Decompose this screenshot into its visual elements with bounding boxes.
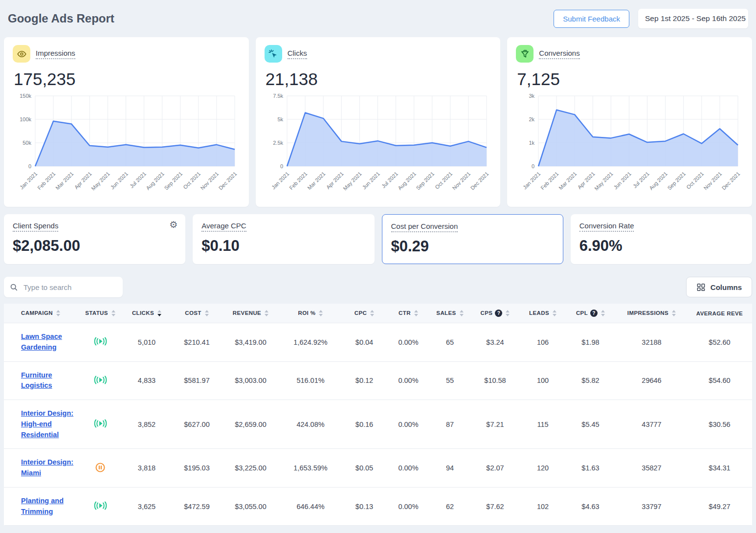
clicks-card: Clicks 21,138 02.5k5k7.5kJan 2021Feb 202… [256, 37, 501, 207]
column-label: ROI % [298, 310, 316, 316]
search-box[interactable] [4, 277, 123, 297]
column-header-cps[interactable]: CPS? [469, 304, 521, 323]
column-label: STATUS [85, 310, 108, 316]
average-cpc-card[interactable]: Average CPC $0.10 [193, 214, 374, 264]
column-header-avg-revenue[interactable]: AVERAGE REVE [687, 304, 752, 323]
cell-clicks: 3,625 [122, 487, 171, 526]
column-header-ctr[interactable]: CTR [386, 304, 430, 323]
column-header-sales[interactable]: SALES [430, 304, 469, 323]
campaign-link[interactable]: Planting and Trimming [21, 496, 76, 517]
conversions-label[interactable]: Conversions [539, 49, 579, 59]
svg-text:Sep 2021: Sep 2021 [163, 171, 183, 191]
client-spends-card[interactable]: Client Spends ⚙ $2,085.00 [4, 214, 185, 264]
campaign-link[interactable]: Interior Design: High-end Residential [21, 408, 76, 440]
metric-cards-row: Impressions 175,235 050k100k150kJan 2021… [4, 37, 752, 207]
campaign-link[interactable]: Lawn Space Gardening [21, 332, 76, 353]
average-cpc-label[interactable]: Average CPC [201, 222, 246, 232]
help-icon[interactable]: ? [590, 310, 598, 317]
cell-impressions: 29646 [616, 361, 687, 400]
cost-per-conversion-label[interactable]: Cost per Conversion [391, 222, 458, 232]
sort-icon[interactable] [319, 310, 323, 316]
columns-button-label: Columns [711, 283, 742, 291]
cost-per-conversion-card[interactable]: Cost per Conversion $0.29 [382, 214, 563, 264]
cell-sales: 55 [430, 361, 469, 400]
svg-text:Feb 2021: Feb 2021 [539, 171, 559, 191]
sort-icon[interactable] [205, 310, 209, 316]
cell-status [78, 400, 122, 449]
sort-icon[interactable] [157, 310, 161, 316]
help-icon[interactable]: ? [495, 310, 502, 317]
column-header-roi[interactable]: ROI % [279, 304, 342, 323]
cell-status [78, 449, 122, 488]
cell-sales: 87 [430, 400, 469, 449]
cell-avg-revenue: $49.27 [687, 487, 752, 526]
column-header-cpl[interactable]: CPL? [565, 304, 616, 323]
svg-text:100k: 100k [20, 116, 31, 122]
cell-roi: 516.01% [279, 361, 342, 400]
campaign-link[interactable]: Interior Design: Miami [21, 457, 76, 479]
submit-feedback-button[interactable]: Submit Feedback [554, 10, 629, 28]
columns-button[interactable]: Columns [686, 277, 752, 297]
column-header-leads[interactable]: LEADS [521, 304, 565, 323]
sort-icon[interactable] [56, 310, 60, 316]
eye-icon [13, 45, 30, 63]
campaign-link[interactable]: Furniture Logistics [21, 370, 76, 392]
cell-ctr: 0.00% [386, 449, 430, 488]
svg-text:Dec 2021: Dec 2021 [721, 171, 741, 191]
svg-text:1k: 1k [529, 140, 535, 146]
conversion-rate-card[interactable]: Conversion Rate 6.90% [571, 214, 752, 264]
cell-revenue: $2,659.00 [222, 400, 279, 449]
sort-icon[interactable] [370, 310, 374, 316]
gear-icon[interactable]: ⚙ [169, 220, 178, 229]
conversion-rate-label[interactable]: Conversion Rate [579, 222, 634, 232]
cell-avg-revenue: $30.56 [687, 400, 752, 449]
date-range-picker[interactable]: Sep 1st 2025 - Sep 16th 2025 [638, 9, 748, 28]
columns-grid-icon [696, 283, 706, 292]
cell-ctr: 0.00% [386, 361, 430, 400]
campaign-table: CAMPAIGNSTATUSCLICKSCOSTREVENUEROI %CPCC… [4, 304, 752, 526]
clicks-label[interactable]: Clicks [288, 49, 307, 59]
svg-text:Jul 2021: Jul 2021 [632, 171, 650, 189]
svg-text:Jan 2021: Jan 2021 [270, 171, 290, 190]
column-header-revenue[interactable]: REVENUE [222, 304, 279, 323]
column-header-clicks[interactable]: CLICKS [122, 304, 171, 323]
cell-cpl: $1.63 [565, 449, 616, 488]
cell-cpc: $0.05 [342, 449, 386, 488]
cell-avg-revenue: $52.60 [687, 323, 752, 362]
sort-icon[interactable] [601, 310, 605, 316]
column-header-campaign[interactable]: CAMPAIGN [4, 304, 78, 323]
sort-icon[interactable] [672, 310, 676, 316]
cell-leads: 100 [521, 361, 565, 400]
cell-leads: 120 [521, 449, 565, 488]
cell-cps: $7.62 [469, 487, 521, 526]
svg-text:May 2021: May 2021 [342, 171, 363, 192]
svg-text:Jul 2021: Jul 2021 [129, 171, 147, 189]
column-label: CPC [355, 310, 367, 316]
column-label: AVERAGE REVE [696, 311, 743, 316]
table-row: Interior Design: High-end Residential3,8… [4, 400, 752, 449]
impressions-label[interactable]: Impressions [36, 49, 75, 59]
svg-text:Mar 2021: Mar 2021 [306, 171, 326, 191]
cell-ctr: 0.00% [386, 487, 430, 526]
cell-cost: $210.41 [171, 323, 222, 362]
column-header-status[interactable]: STATUS [78, 304, 122, 323]
cell-cost: $627.00 [171, 400, 222, 449]
cell-status [78, 323, 122, 362]
sort-icon[interactable] [414, 310, 418, 316]
sort-icon[interactable] [111, 310, 115, 316]
column-header-cpc[interactable]: CPC [342, 304, 386, 323]
column-header-impressions[interactable]: IMPRESSIONS [616, 304, 687, 323]
sort-icon[interactable] [506, 310, 510, 316]
sort-icon[interactable] [265, 310, 268, 316]
svg-text:Oct 2021: Oct 2021 [434, 171, 453, 190]
sort-icon[interactable] [553, 310, 556, 316]
search-input[interactable] [22, 283, 117, 292]
svg-text:3k: 3k [529, 93, 535, 99]
cell-impressions: 32188 [616, 323, 687, 362]
svg-text:Mar 2021: Mar 2021 [54, 171, 74, 191]
column-header-cost[interactable]: COST [171, 304, 222, 323]
svg-text:Jan 2021: Jan 2021 [19, 171, 38, 190]
sort-icon[interactable] [460, 310, 464, 316]
client-spends-label[interactable]: Client Spends [13, 222, 58, 232]
svg-text:Jun 2021: Jun 2021 [361, 171, 380, 190]
